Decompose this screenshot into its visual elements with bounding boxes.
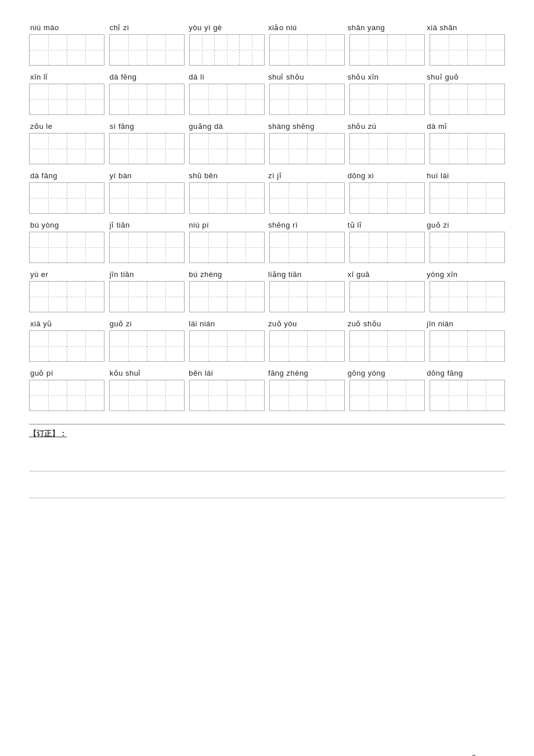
label-cell-2-0: zǒu le	[29, 122, 109, 131]
char-box-group-6-1	[109, 330, 185, 362]
char-box-4-2-1	[228, 232, 265, 262]
label-cell-7-3: fāng zhèng	[267, 369, 347, 377]
char-box-5-3-0	[270, 282, 308, 312]
label-cell-6-1: guǒ zi	[109, 319, 188, 328]
label-cell-3-0: dà fāng	[29, 171, 109, 180]
char-box-group-3-3	[269, 182, 345, 214]
label-row-0: niú máochǐ ziyòu yì gèxiǎo niúshān yangx…	[29, 23, 505, 32]
row-group-4: bú yòngjǐ tiānniú píshēng rìtǔ lǐguǒ zi	[29, 221, 505, 263]
box-row-6	[29, 330, 505, 362]
label-cell-1-4: shǒu xīn	[347, 73, 426, 81]
label-cell-6-2: lái nián	[187, 319, 267, 328]
char-box-group-0-0	[29, 34, 104, 66]
char-box-group-5-2	[189, 281, 265, 312]
correction-label: 【订正】：	[29, 429, 67, 438]
char-box-5-1-1	[147, 282, 185, 312]
label-cell-7-2: běn lái	[187, 369, 267, 377]
char-box-1-1-1	[147, 84, 185, 114]
char-box-group-2-2	[189, 133, 265, 164]
box-row-5	[29, 281, 505, 312]
label-cell-5-4: xī guā	[347, 270, 426, 279]
char-box-0-5-1	[468, 35, 505, 65]
label-cell-4-0: bú yòng	[29, 221, 109, 229]
label-cell-4-1: jǐ tiān	[109, 221, 188, 229]
char-box-5-3-1	[308, 282, 345, 312]
char-box-6-3-1	[308, 331, 345, 361]
label-cell-6-5: jīn nián	[425, 319, 505, 328]
char-box-4-1-0	[110, 232, 147, 262]
char-box-1-4-0	[350, 84, 388, 114]
char-box-7-5-1	[468, 380, 505, 411]
label-cell-3-5: huí lái	[425, 171, 505, 180]
label-cell-3-1: yí bàn	[109, 171, 188, 180]
char-box-5-2-0	[190, 282, 228, 312]
char-box-group-1-5	[430, 84, 505, 115]
label-cell-0-5: xià shān	[425, 23, 505, 32]
label-row-5: yú erjīn tiānbú zhèngliǎng tiānxī guāyòn…	[29, 270, 505, 279]
page-wrapper: niú máochǐ ziyòu yì gèxiǎo niúshān yangx…	[29, 23, 505, 756]
row-group-0: niú máochǐ ziyòu yì gèxiǎo niúshān yangx…	[29, 23, 505, 66]
char-box-0-4-1	[388, 35, 425, 65]
char-box-1-5-1	[468, 84, 505, 114]
char-box-group-4-3	[269, 232, 345, 263]
char-box-4-4-0	[350, 232, 388, 262]
char-box-0-5-0	[430, 35, 468, 65]
box-row-0	[29, 34, 505, 66]
char-box-6-5-1	[468, 331, 505, 361]
char-box-5-0-1	[67, 282, 104, 312]
label-cell-5-5: yòng xīn	[425, 270, 505, 279]
box-row-7	[29, 380, 505, 411]
label-cell-1-1: dà fēng	[109, 73, 188, 81]
char-box-group-0-3	[269, 34, 345, 66]
char-box-2-0-0	[30, 134, 67, 164]
label-row-1: xīn lǐdà fēngdà lìshuǐ shǒushǒu xīnshuǐ …	[29, 73, 505, 81]
char-box-3-2-1	[228, 183, 265, 213]
char-box-group-6-2	[189, 330, 265, 362]
label-cell-7-0: guǒ pí	[29, 369, 109, 377]
char-box-0-2-2	[240, 35, 264, 65]
char-box-0-0-0	[30, 35, 67, 65]
char-box-group-1-0	[29, 84, 104, 115]
char-box-group-2-3	[269, 133, 345, 164]
char-box-group-7-1	[109, 380, 185, 411]
char-box-group-7-4	[349, 380, 425, 411]
box-row-2	[29, 133, 505, 164]
label-cell-1-3: shuǐ shǒu	[267, 73, 347, 81]
char-box-7-4-1	[388, 380, 425, 411]
box-row-1	[29, 84, 505, 115]
char-box-4-5-1	[468, 232, 505, 262]
char-box-6-1-0	[110, 331, 147, 361]
char-box-group-3-5	[430, 182, 505, 214]
char-box-6-0-1	[67, 331, 104, 361]
label-cell-2-3: shàng shēng	[267, 122, 347, 131]
char-box-group-2-5	[430, 133, 505, 164]
char-box-2-1-1	[147, 134, 185, 164]
char-box-6-5-0	[430, 331, 468, 361]
char-box-7-2-0	[190, 380, 228, 411]
char-box-5-5-0	[430, 282, 468, 312]
char-box-5-2-1	[228, 282, 265, 312]
char-box-4-2-0	[190, 232, 228, 262]
char-box-1-0-0	[30, 84, 67, 114]
char-box-4-3-0	[270, 232, 308, 262]
char-box-group-4-2	[189, 232, 265, 263]
label-cell-7-1: kǒu shuǐ	[109, 369, 188, 377]
char-box-5-1-0	[110, 282, 147, 312]
char-box-4-4-1	[388, 232, 425, 262]
label-cell-2-4: shǒu zú	[347, 122, 426, 131]
label-cell-5-0: yú er	[29, 270, 109, 279]
label-cell-3-3: zì jǐ	[267, 171, 347, 180]
char-box-group-4-0	[29, 232, 104, 263]
char-box-5-0-0	[30, 282, 67, 312]
char-box-6-4-1	[388, 331, 425, 361]
label-row-2: zǒu lesì fāngguǎng dàshàng shēngshǒu zúd…	[29, 122, 505, 131]
char-box-5-4-0	[350, 282, 388, 312]
char-box-group-1-3	[269, 84, 345, 115]
char-box-3-1-0	[110, 183, 147, 213]
char-box-1-3-1	[308, 84, 345, 114]
char-box-group-6-5	[430, 330, 505, 362]
char-box-group-5-1	[109, 281, 185, 312]
char-box-0-2-1	[215, 35, 240, 65]
char-box-2-5-0	[430, 134, 468, 164]
char-box-0-1-1	[147, 35, 185, 65]
